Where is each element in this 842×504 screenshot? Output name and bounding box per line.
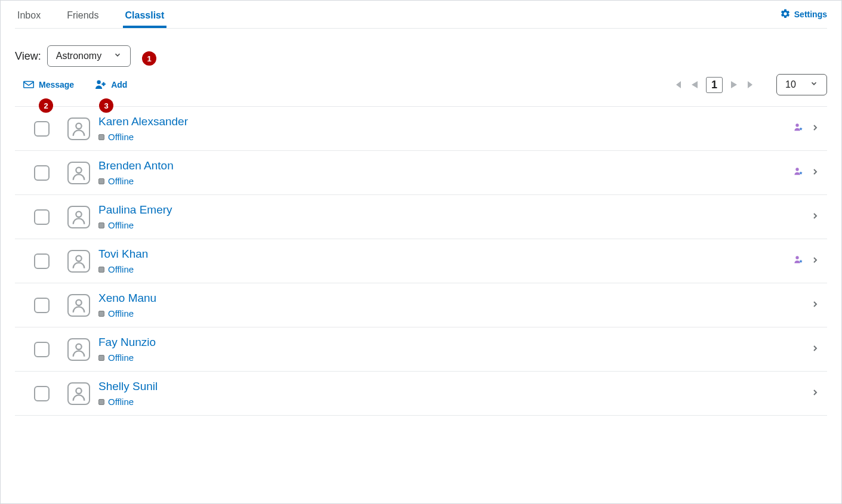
status-line: Offline — [98, 353, 808, 363]
list-item: Paulina EmeryOffline — [15, 195, 827, 239]
row-checkbox[interactable] — [34, 165, 50, 181]
annotation-badge: 2 — [39, 98, 53, 113]
friend-star-icon[interactable] — [794, 167, 803, 178]
person-name-link[interactable]: Brenden Anton — [98, 159, 794, 172]
settings-button[interactable]: Settings — [780, 4, 827, 26]
person-info: Xeno ManuOffline — [98, 292, 808, 319]
last-page-button[interactable] — [744, 78, 758, 91]
status-dot-icon — [98, 311, 104, 317]
avatar — [67, 294, 90, 317]
current-page-input[interactable]: 1 — [706, 77, 723, 93]
row-actions — [808, 385, 822, 401]
annotation-badge: 3 — [99, 98, 113, 113]
chevron-right-icon[interactable] — [808, 297, 822, 313]
svg-point-10 — [76, 388, 81, 393]
person-info: Tovi KhanOffline — [98, 248, 794, 274]
row-actions — [794, 253, 822, 269]
view-selected-value: Astronomy — [56, 51, 101, 61]
person-info: Brenden AntonOffline — [98, 159, 794, 186]
avatar — [67, 338, 90, 361]
view-label: View: — [15, 50, 41, 63]
avatar — [67, 162, 90, 184]
chevron-down-icon — [810, 79, 818, 90]
avatar — [67, 206, 90, 228]
row-checkbox[interactable] — [34, 253, 50, 269]
gear-icon — [780, 8, 791, 21]
list-item: Xeno ManuOffline — [15, 283, 827, 327]
first-page-button[interactable] — [670, 78, 684, 91]
person-info: Paulina EmeryOffline — [98, 203, 808, 230]
person-name-link[interactable]: Fay Nunzio — [98, 336, 808, 349]
status-text: Offline — [108, 397, 134, 407]
page-size-select[interactable]: 10 — [776, 74, 827, 95]
view-row: View: Astronomy — [15, 45, 827, 67]
row-checkbox[interactable] — [34, 386, 50, 401]
status-text: Offline — [108, 132, 134, 142]
chevron-right-icon[interactable] — [808, 253, 822, 269]
pagination: 1 10 — [670, 74, 827, 95]
row-actions — [808, 209, 822, 225]
status-text: Offline — [108, 220, 134, 230]
row-checkbox[interactable] — [34, 209, 50, 225]
svg-point-4 — [795, 168, 798, 171]
status-dot-icon — [98, 399, 104, 405]
status-dot-icon — [98, 222, 104, 228]
view-select[interactable]: Astronomy — [47, 45, 131, 67]
next-page-button[interactable] — [729, 78, 741, 91]
status-text: Offline — [108, 308, 134, 319]
status-text: Offline — [108, 264, 134, 274]
row-actions — [794, 165, 822, 181]
person-name-link[interactable]: Paulina Emery — [98, 203, 808, 217]
tab-classlist[interactable]: Classlist — [123, 5, 167, 28]
status-text: Offline — [108, 353, 134, 363]
add-label: Add — [111, 80, 127, 89]
person-name-link[interactable]: Karen Alexsander — [98, 115, 794, 128]
tab-inbox[interactable]: Inbox — [15, 5, 43, 28]
row-actions — [808, 341, 822, 357]
avatar — [67, 382, 90, 405]
status-dot-icon — [98, 178, 104, 184]
chevron-right-icon[interactable] — [808, 120, 822, 137]
person-name-link[interactable]: Shelly Sunil — [98, 380, 808, 393]
chevron-right-icon[interactable] — [808, 341, 822, 357]
svg-point-3 — [76, 167, 81, 172]
message-button[interactable]: Message — [18, 78, 79, 92]
friend-star-icon[interactable] — [794, 123, 803, 134]
user-plus-icon — [94, 79, 106, 91]
list-item: Tovi KhanOffline — [15, 239, 827, 283]
message-label: Message — [39, 80, 74, 89]
status-dot-icon — [98, 355, 104, 361]
person-name-link[interactable]: Xeno Manu — [98, 292, 808, 305]
status-line: Offline — [98, 176, 794, 186]
tab-friends[interactable]: Friends — [64, 5, 101, 28]
row-actions — [808, 297, 822, 313]
svg-point-1 — [76, 123, 81, 128]
add-button[interactable]: Add — [90, 77, 132, 93]
list-item: Brenden AntonOffline — [15, 151, 827, 195]
chevron-right-icon[interactable] — [808, 165, 822, 181]
envelope-icon — [23, 80, 34, 90]
chevron-right-icon[interactable] — [808, 209, 822, 225]
row-checkbox[interactable] — [34, 121, 50, 137]
avatar — [67, 118, 90, 140]
actions-row: Message Add 1 10 — [15, 74, 827, 95]
svg-point-6 — [76, 255, 81, 261]
person-name-link[interactable]: Tovi Khan — [98, 248, 794, 261]
user-list: Karen AlexsanderOfflineBrenden AntonOffl… — [15, 106, 827, 416]
list-item: Fay NunzioOffline — [15, 327, 827, 372]
row-checkbox[interactable] — [34, 342, 50, 357]
page-size-value: 10 — [785, 79, 796, 90]
tabs: Inbox Friends Classlist — [15, 1, 166, 28]
annotation-badge: 1 — [142, 51, 156, 66]
svg-point-0 — [97, 80, 101, 84]
status-line: Offline — [98, 220, 808, 230]
person-info: Shelly SunilOffline — [98, 380, 808, 407]
friend-star-icon[interactable] — [794, 255, 803, 267]
svg-point-9 — [76, 344, 81, 349]
chevron-right-icon[interactable] — [808, 385, 822, 401]
person-info: Fay NunzioOffline — [98, 336, 808, 363]
svg-point-7 — [795, 256, 798, 259]
prev-page-button[interactable] — [688, 78, 700, 91]
status-line: Offline — [98, 132, 794, 142]
row-checkbox[interactable] — [34, 298, 50, 313]
